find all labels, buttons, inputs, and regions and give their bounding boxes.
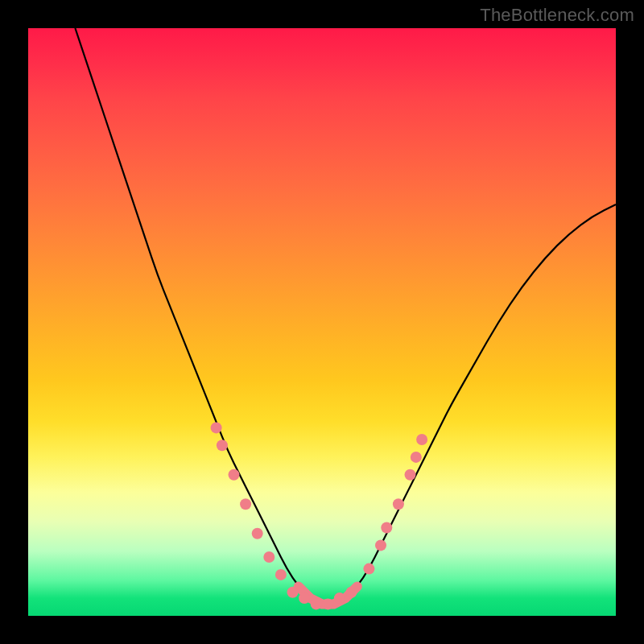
curve-path: [75, 28, 616, 604]
curve-marker: [275, 569, 287, 580]
curve-marker: [346, 587, 357, 598]
curve-marker: [217, 440, 228, 451]
curve-marker: [405, 469, 416, 481]
chart-frame: TheBottleneck.com: [0, 0, 644, 644]
curve-marker: [287, 587, 299, 598]
plot-area: [28, 28, 616, 616]
curve-marker: [240, 498, 251, 510]
curve-marker: [334, 592, 345, 604]
chart-svg: [28, 28, 616, 616]
curve-marker: [375, 539, 386, 551]
curve-marker: [416, 434, 427, 445]
curve-marker: [311, 598, 322, 609]
curve-marker: [252, 528, 263, 539]
curve-marker: [322, 598, 333, 609]
curve-marker: [393, 498, 404, 510]
watermark-label: TheBottleneck.com: [480, 5, 634, 26]
curve-marker: [229, 469, 240, 481]
curve-marker: [263, 551, 275, 563]
bottleneck-curve: [75, 28, 616, 604]
curve-marker: [381, 522, 392, 534]
curve-marker: [411, 452, 422, 463]
curve-marker: [363, 564, 374, 575]
curve-marker: [299, 592, 310, 604]
curve-marker: [211, 422, 222, 433]
